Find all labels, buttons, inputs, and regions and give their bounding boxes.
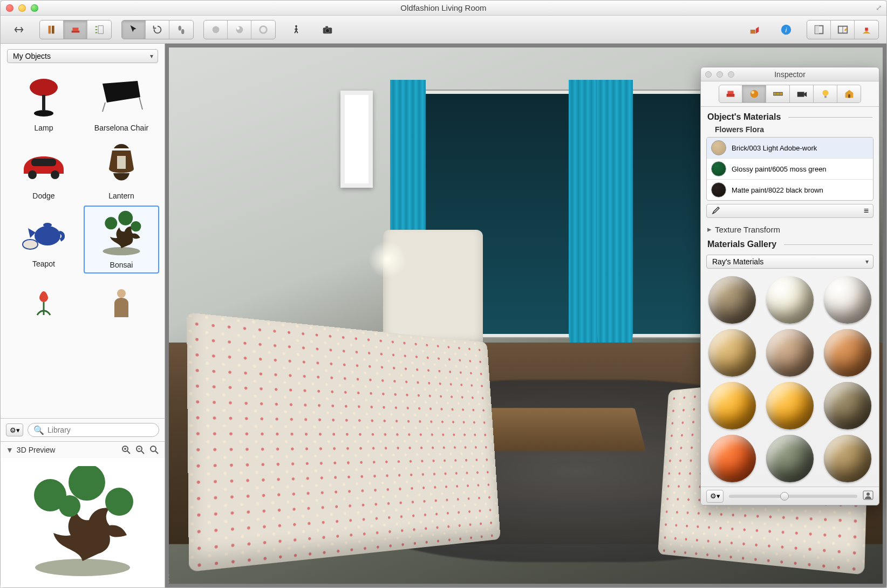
svg-point-46	[751, 91, 754, 94]
walk-tool-button[interactable]	[169, 20, 193, 39]
library-furniture-button[interactable]	[40, 20, 64, 39]
list-menu-icon[interactable]: ≡	[864, 206, 869, 216]
view-2d-button[interactable]	[807, 20, 831, 39]
inspector-tabs	[701, 81, 879, 107]
object-barselona-chair[interactable]: Barselona Chair	[84, 70, 159, 135]
tab-camera[interactable]	[790, 85, 814, 103]
material-ball[interactable]	[824, 276, 871, 324]
svg-point-27	[35, 226, 60, 245]
material-ball[interactable]	[766, 435, 814, 482]
material-ball[interactable]	[708, 435, 756, 482]
lantern-icon	[95, 141, 147, 189]
texture-transform-disclosure[interactable]: ▸ Texture Transform	[701, 218, 879, 234]
record-ring-button[interactable]	[251, 20, 275, 39]
tab-measure[interactable]	[766, 85, 790, 103]
zoom-in-icon[interactable]	[121, 445, 131, 455]
material-row[interactable]: Glossy paint/6005 moss green	[707, 159, 873, 180]
svg-point-42	[59, 495, 80, 517]
object-tulip[interactable]	[6, 276, 81, 331]
svg-point-22	[34, 110, 53, 117]
tab-object[interactable]	[719, 85, 742, 103]
eyedropper-row[interactable]: ≡	[706, 204, 874, 218]
record-group	[203, 20, 276, 39]
material-ball[interactable]	[708, 329, 756, 377]
object-person[interactable]	[84, 276, 159, 331]
svg-rect-26	[117, 156, 126, 169]
object-lantern[interactable]: Lantern	[84, 138, 159, 203]
warehouse-button[interactable]	[744, 20, 766, 39]
library-search-input[interactable]	[47, 426, 153, 434]
material-ball[interactable]	[708, 382, 756, 429]
record-sphere-button[interactable]	[228, 20, 251, 39]
zoom-out-icon[interactable]	[135, 445, 145, 455]
svg-point-4	[181, 29, 185, 34]
object-lamp[interactable]: Lamp	[6, 70, 81, 135]
slider-knob[interactable]	[780, 492, 789, 501]
material-ball[interactable]	[824, 329, 871, 377]
view-group	[807, 20, 879, 39]
rotate-tool-button[interactable]	[146, 20, 169, 39]
material-ball[interactable]	[824, 382, 871, 429]
gallery-options-button[interactable]: ⚙︎▾	[706, 490, 724, 503]
library-mode-group	[39, 20, 112, 39]
car-icon	[18, 141, 70, 189]
material-name: Matte paint/8022 black brown	[732, 186, 823, 194]
library-seating-button[interactable]	[64, 20, 87, 39]
material-ball[interactable]	[708, 276, 756, 324]
object-bonsai[interactable]: Bonsai	[84, 206, 159, 274]
svg-rect-50	[824, 96, 827, 98]
category-dropdown[interactable]: My Objects	[7, 49, 158, 63]
material-name: Glossy paint/6005 moss green	[732, 165, 827, 173]
walkthrough-button[interactable]	[285, 20, 307, 39]
inspector-titlebar[interactable]: Inspector	[701, 67, 879, 81]
material-ball[interactable]	[824, 435, 871, 482]
preview-header[interactable]: ▼ 3D Preview	[1, 442, 165, 458]
object-dodge[interactable]: Dodge	[6, 138, 81, 203]
svg-point-38	[35, 559, 130, 576]
material-row[interactable]: Matte paint/8022 black brown	[707, 180, 873, 200]
materials-section-title: Object's Materials	[707, 112, 781, 122]
preview-viewport[interactable]	[1, 458, 165, 587]
library-dimensions-button[interactable]	[87, 20, 111, 39]
view-split-button[interactable]	[831, 20, 855, 39]
snapshot-button[interactable]	[317, 20, 338, 39]
object-teapot[interactable]: Teapot	[6, 206, 81, 274]
materials-section-header: Object's Materials	[701, 107, 879, 124]
material-ball[interactable]	[766, 276, 814, 324]
svg-point-7	[236, 26, 240, 30]
fullscreen-icon[interactable]: ⤢	[876, 3, 882, 12]
svg-rect-23	[31, 159, 56, 166]
select-tool-button[interactable]	[122, 20, 146, 39]
library-search[interactable]: 🔍	[28, 423, 159, 437]
chair-icon	[95, 73, 147, 121]
svg-rect-51	[848, 94, 850, 98]
svg-point-32	[118, 211, 133, 225]
info-button[interactable]: i	[775, 20, 797, 39]
tab-light[interactable]	[814, 85, 837, 103]
material-row[interactable]: Brick/003 Light Adobe-work	[707, 138, 873, 159]
svg-rect-17	[815, 25, 818, 33]
gallery-section-title: Materials Gallery	[707, 240, 776, 249]
user-icon[interactable]	[863, 490, 874, 502]
tab-building[interactable]	[837, 85, 861, 103]
toggle-sidebar-button[interactable]	[8, 20, 30, 39]
svg-point-9	[295, 25, 297, 27]
material-ball[interactable]	[766, 329, 814, 377]
gallery-category-dropdown[interactable]: Ray's Materials	[706, 255, 874, 269]
svg-point-40	[69, 466, 105, 501]
material-ball[interactable]	[766, 382, 814, 429]
category-dropdown-label: My Objects	[13, 52, 51, 60]
bonsai-preview-icon	[18, 466, 147, 579]
viewport-splitter[interactable]	[165, 44, 168, 587]
thumbnail-size-slider[interactable]	[729, 495, 857, 498]
object-grid: Lamp Barselona Chair Dodge Lantern Teapo…	[1, 67, 165, 418]
tab-materials[interactable]	[742, 85, 766, 103]
library-options-button[interactable]: ⚙︎▾	[6, 423, 23, 436]
record-solid-button[interactable]	[204, 20, 228, 39]
zoom-fit-icon[interactable]	[149, 445, 159, 455]
svg-rect-21	[42, 95, 45, 110]
view-3d-button[interactable]	[855, 20, 878, 39]
gallery-category-label: Ray's Materials	[712, 257, 763, 266]
svg-point-25	[51, 170, 59, 179]
tulip-icon	[18, 279, 70, 327]
